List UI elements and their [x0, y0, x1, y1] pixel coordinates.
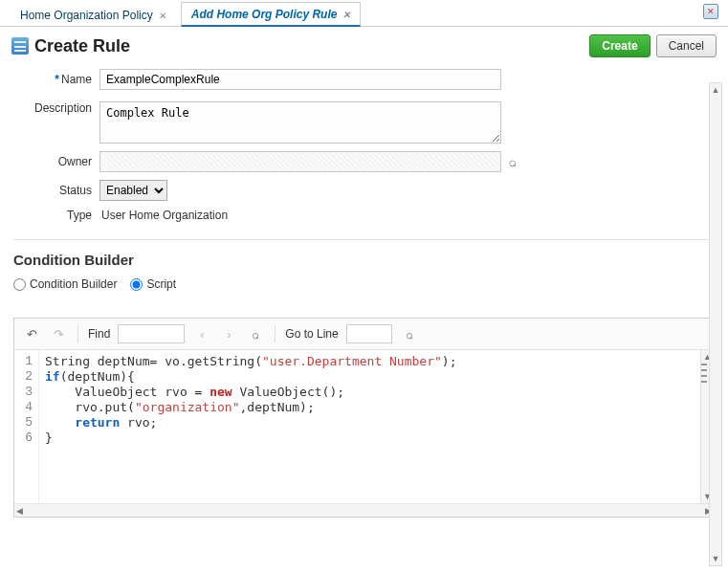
page-vscroll[interactable]: ▲ ▼ [709, 82, 722, 566]
chevron-up-icon[interactable]: ▲ [712, 83, 720, 97]
close-icon[interactable]: ✕ [159, 11, 166, 21]
undo-icon[interactable]: ↶ [22, 325, 41, 342]
goto-label: Go to Line [285, 327, 338, 341]
divider [13, 239, 715, 240]
type-label: Type [13, 209, 99, 222]
chevron-down-icon[interactable]: ▼ [712, 552, 720, 565]
page-title: Create Rule [34, 36, 584, 56]
find-input[interactable] [118, 324, 185, 343]
find-label: Find [88, 327, 110, 341]
rule-icon [11, 37, 29, 55]
redo-icon: ↷ [49, 325, 68, 342]
find-prev-icon[interactable]: ‹ [192, 325, 211, 342]
editor-hscroll[interactable]: ◀ ▶ [14, 503, 714, 517]
tab-label: Home Organization Policy [20, 9, 153, 22]
owner-label: Owner [13, 155, 99, 168]
radio-condition-builder[interactable]: Condition Builder [13, 277, 117, 291]
tab-home-org-policy[interactable]: Home Organization Policy ✕ [10, 3, 177, 26]
description-input[interactable] [99, 101, 501, 144]
search-icon[interactable]: ⌕ [400, 325, 419, 342]
close-icon[interactable]: ✕ [342, 10, 350, 20]
cancel-button[interactable]: Cancel [656, 34, 717, 57]
code-editor: ↶ ↷ Find ‹ › ⌕ Go to Line ⌕ 1 2 3 4 5 6 … [13, 318, 715, 518]
page-header: Create Rule Create Cancel [0, 27, 728, 61]
name-input[interactable] [99, 69, 501, 90]
chevron-left-icon[interactable]: ◀ [16, 506, 23, 516]
search-icon[interactable]: ⌕ [509, 154, 517, 169]
search-icon[interactable]: ⌕ [246, 325, 265, 342]
form-area: *Name Description Owner ⌕ Status Enabled… [0, 61, 728, 235]
name-label: *Name [13, 73, 99, 86]
line-gutter: 1 2 3 4 5 6 [14, 350, 39, 503]
collapse-handle-icon[interactable] [701, 364, 707, 383]
code-content[interactable]: String deptNum= vo.getString("user.Depar… [39, 350, 700, 503]
page-action-icon[interactable]: ✕ [703, 4, 718, 19]
editor-toolbar: ↶ ↷ Find ‹ › ⌕ Go to Line ⌕ [14, 319, 714, 350]
type-value: User Home Organization [99, 209, 228, 222]
radio-script[interactable]: Script [130, 277, 176, 291]
status-label: Status [13, 184, 99, 197]
divider [77, 325, 78, 342]
create-button[interactable]: Create [589, 34, 650, 57]
tab-bar: Home Organization Policy ✕ Add Home Org … [0, 0, 728, 27]
status-select[interactable]: Enabled [99, 180, 167, 201]
find-next-icon[interactable]: › [219, 325, 238, 342]
goto-line-input[interactable] [346, 324, 392, 343]
tab-label: Add Home Org Policy Rule [191, 8, 338, 21]
divider [275, 325, 276, 342]
owner-input[interactable] [99, 151, 501, 172]
tab-add-home-org-policy-rule[interactable]: Add Home Org Policy Rule ✕ [181, 2, 362, 27]
description-label: Description [13, 101, 99, 115]
condition-mode-radio: Condition Builder Script [0, 274, 728, 300]
section-title: Condition Builder [0, 248, 728, 274]
